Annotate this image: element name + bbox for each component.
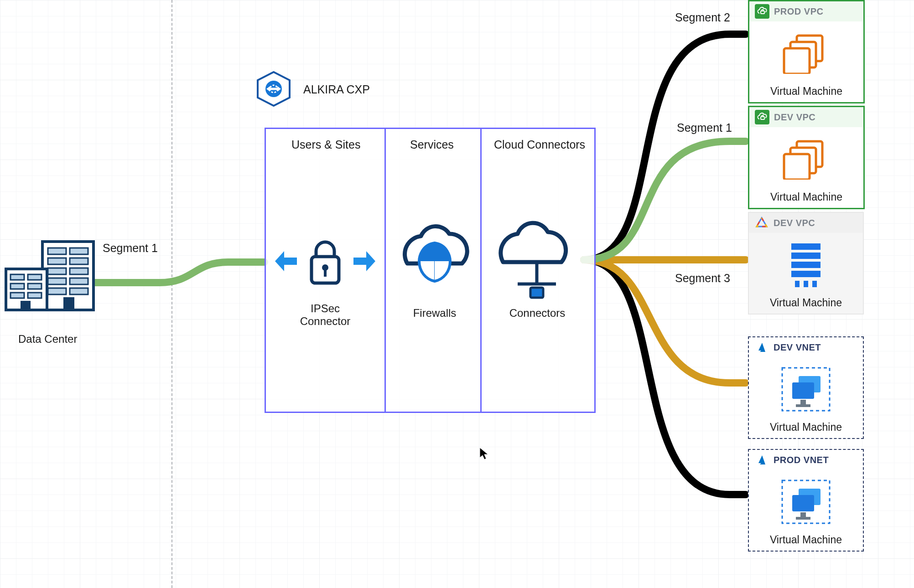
gce-icon xyxy=(783,240,829,290)
svg-rect-29 xyxy=(761,11,764,14)
svg-rect-26 xyxy=(10,293,24,298)
tile-title: DEV VNET xyxy=(774,342,821,353)
svg-rect-27 xyxy=(28,293,42,298)
svg-rect-24 xyxy=(10,284,24,289)
tile-header: DEV VPC xyxy=(749,107,863,127)
data-center-icon[interactable] xyxy=(2,237,98,316)
gcp-icon xyxy=(754,216,769,230)
connectors-label: Connectors xyxy=(492,307,583,320)
svg-rect-43 xyxy=(791,271,821,277)
tile-gcp-dev[interactable]: DEV VPC Virtual Machine xyxy=(748,212,864,315)
tile-body xyxy=(749,470,863,534)
ec2-icon xyxy=(781,33,831,74)
tile-caption: Virtual Machine xyxy=(749,297,863,314)
svg-rect-33 xyxy=(761,117,764,119)
cxp-divider-1 xyxy=(384,129,386,412)
aws-cloud-icon xyxy=(755,4,769,19)
ec2-icon xyxy=(781,139,831,180)
alkira-logo-icon xyxy=(255,71,292,109)
tile-caption: Virtual Machine xyxy=(749,85,863,102)
cxp-col-connectors: Cloud Connectors xyxy=(494,138,585,151)
azure-icon xyxy=(754,340,769,355)
diagram-title: ALKIRA CXP xyxy=(303,83,370,96)
svg-rect-56 xyxy=(796,517,810,520)
azure-vm-icon xyxy=(779,477,833,527)
tile-caption: Virtual Machine xyxy=(749,191,863,208)
svg-rect-21 xyxy=(63,297,74,309)
svg-rect-22 xyxy=(10,274,24,280)
tile-body xyxy=(749,127,863,191)
tile-title: PROD VPC xyxy=(774,6,823,17)
tile-aws-dev[interactable]: DEV VPC Virtual Machine xyxy=(748,106,865,209)
svg-rect-8 xyxy=(530,288,543,298)
svg-rect-46 xyxy=(812,281,817,287)
segment-1-left-label: Segment 1 xyxy=(103,242,158,255)
svg-rect-14 xyxy=(70,258,88,264)
svg-rect-12 xyxy=(70,248,88,254)
data-center-label: Data Center xyxy=(18,333,77,346)
svg-rect-49 xyxy=(792,382,814,399)
tile-header: PROD VPC xyxy=(749,1,863,21)
tile-header: DEV VPC xyxy=(749,213,863,233)
svg-rect-40 xyxy=(791,243,821,250)
tile-body xyxy=(749,233,863,297)
svg-rect-51 xyxy=(796,404,810,407)
svg-rect-44 xyxy=(795,281,800,287)
ipsec-connector-icon[interactable] xyxy=(275,229,375,299)
svg-rect-18 xyxy=(70,278,88,284)
segment-2-label: Segment 2 xyxy=(675,11,730,24)
azure-icon xyxy=(754,453,769,467)
svg-rect-41 xyxy=(791,253,821,259)
segment-1-label: Segment 1 xyxy=(677,121,732,134)
tile-caption: Virtual Machine xyxy=(749,534,863,551)
cxp-col-services: Services xyxy=(410,138,454,151)
svg-rect-17 xyxy=(48,278,66,284)
segment-3-label: Segment 3 xyxy=(675,272,730,285)
tile-caption: Virtual Machine xyxy=(749,421,863,438)
connectors-icon[interactable] xyxy=(489,220,585,309)
tile-title: DEV VPC xyxy=(774,112,815,123)
svg-rect-11 xyxy=(48,248,66,254)
tile-azure-prod[interactable]: PROD VNET Virtual Machine xyxy=(748,449,864,552)
tile-header: PROD VNET xyxy=(749,450,863,470)
tile-body xyxy=(749,21,863,85)
svg-rect-50 xyxy=(800,400,806,404)
svg-rect-15 xyxy=(48,268,66,274)
tile-title: PROD VNET xyxy=(774,455,829,465)
svg-rect-13 xyxy=(48,258,66,264)
svg-rect-45 xyxy=(804,281,808,287)
svg-rect-25 xyxy=(28,284,42,289)
cxp-col-users-sites: Users & Sites xyxy=(291,138,360,151)
svg-rect-28 xyxy=(21,301,31,310)
svg-rect-36 xyxy=(784,154,810,180)
tile-azure-dev[interactable]: DEV VNET Virtual Machine xyxy=(748,336,864,439)
svg-rect-54 xyxy=(792,495,814,511)
tile-aws-prod[interactable]: PROD VPC Virtual Machine xyxy=(748,0,865,103)
diagram-canvas[interactable]: ALKIRA CXP Users & Sites Services Cloud … xyxy=(0,0,914,588)
svg-rect-32 xyxy=(784,48,810,74)
svg-rect-16 xyxy=(70,268,88,274)
ipsec-label: IPSec Connector xyxy=(280,302,371,328)
aws-cloud-icon xyxy=(755,110,769,124)
svg-rect-19 xyxy=(48,288,66,294)
tile-title: DEV VPC xyxy=(774,218,815,228)
svg-rect-20 xyxy=(70,288,88,294)
svg-rect-23 xyxy=(28,274,42,280)
cursor-icon xyxy=(479,447,489,460)
firewalls-icon[interactable] xyxy=(394,220,476,299)
svg-rect-42 xyxy=(791,262,821,268)
azure-vm-icon xyxy=(779,364,833,414)
svg-rect-55 xyxy=(800,512,806,517)
cxp-divider-2 xyxy=(480,129,482,412)
page-divider xyxy=(171,0,172,588)
svg-rect-5 xyxy=(324,269,327,277)
firewalls-label: Firewalls xyxy=(389,307,480,320)
tile-body xyxy=(749,357,863,421)
cxp-container[interactable]: Users & Sites Services Cloud Connectors … xyxy=(265,128,596,413)
tile-header: DEV VNET xyxy=(749,337,863,357)
